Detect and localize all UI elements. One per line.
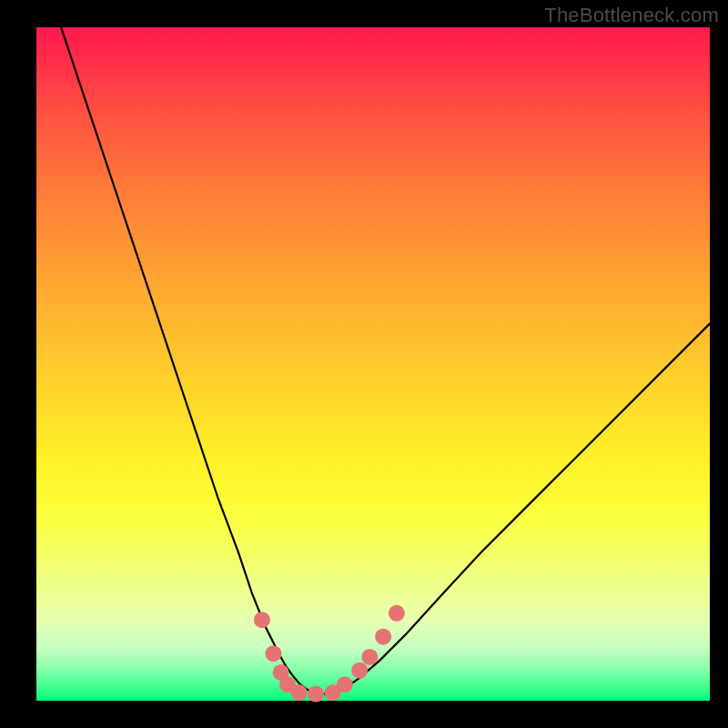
- data-marker: [308, 686, 324, 703]
- data-marker: [351, 662, 368, 679]
- data-marker: [254, 612, 270, 628]
- data-marker: [265, 645, 281, 662]
- data-marker: [375, 629, 391, 645]
- data-marker: [361, 649, 378, 665]
- curve-svg: [36, 27, 710, 701]
- bottleneck-curve: [36, 0, 710, 694]
- plot-area: [36, 27, 710, 701]
- data-marker: [337, 676, 353, 693]
- data-marker: [389, 605, 405, 622]
- chart-frame: TheBottleneck.com: [0, 0, 728, 728]
- data-marker: [291, 684, 308, 701]
- curve-line: [36, 0, 710, 694]
- curve-markers: [254, 605, 405, 703]
- watermark-text: TheBottleneck.com: [544, 4, 719, 27]
